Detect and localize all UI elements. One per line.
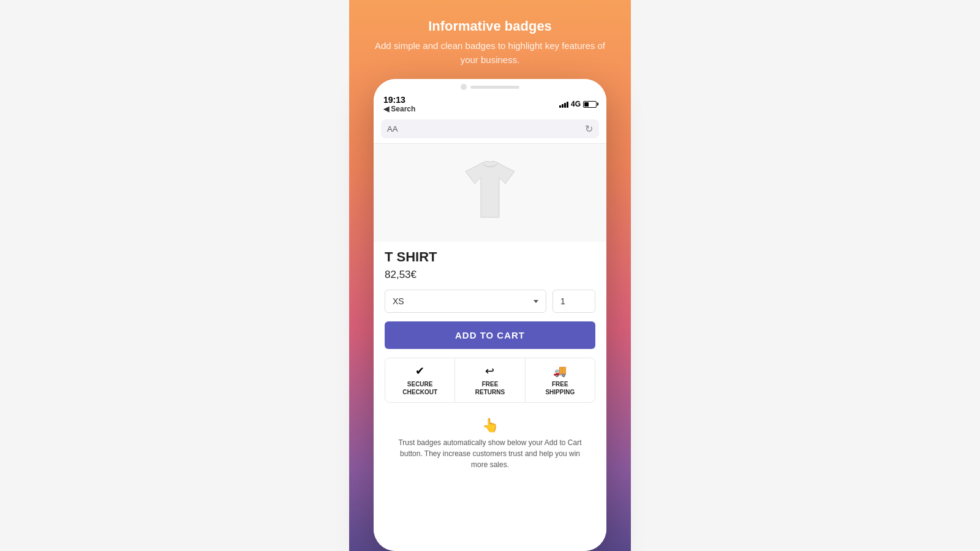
truck-icon: 🚚: [553, 364, 567, 378]
header-section: Informative badges Add simple and clean …: [349, 0, 631, 79]
network-label: 4G: [571, 100, 581, 108]
badges-row: ✔ SECURE CHECKOUT ↩ FREE RETURNS: [385, 358, 595, 403]
size-value: XS: [393, 296, 404, 306]
phone-notch-bar: [470, 86, 519, 89]
phone-notch: [461, 84, 519, 90]
trust-text: Trust badges automatically show below yo…: [392, 437, 588, 470]
badge-free-returns: ↩ FREE RETURNS: [455, 358, 525, 402]
background-left: [0, 0, 349, 551]
phone-top-bar: [374, 79, 606, 92]
header-title: Informative badges: [374, 18, 606, 34]
signal-bars: [559, 100, 568, 108]
signal-bar-2: [562, 104, 564, 108]
product-image-area: [374, 144, 606, 242]
battery-icon: [583, 101, 597, 108]
status-left: 19:13 ◀ Search: [383, 95, 415, 113]
aa-label: AA: [387, 124, 398, 133]
product-title: T SHIRT: [385, 249, 595, 265]
quantity-input[interactable]: 1: [552, 290, 595, 313]
quantity-value: 1: [560, 296, 565, 306]
shield-checkmark-icon: ✔: [415, 364, 424, 378]
product-price: 82,53€: [385, 269, 595, 281]
returns-icon: ↩: [485, 364, 494, 378]
free-shipping-label: FREE SHIPPING: [545, 380, 575, 396]
add-to-cart-button[interactable]: ADD TO CART: [385, 321, 595, 349]
size-select[interactable]: XS: [385, 290, 546, 313]
status-back[interactable]: ◀ Search: [383, 105, 415, 113]
battery-fill: [584, 102, 589, 107]
main-content: Informative badges Add simple and clean …: [349, 0, 631, 551]
badge-free-shipping: 🚚 FREE SHIPPING: [526, 358, 595, 402]
status-bar: 19:13 ◀ Search 4G: [374, 92, 606, 117]
product-details: T SHIRT 82,53€ XS 1 ADD TO CART ✔: [374, 242, 606, 551]
trust-emoji: 👆: [392, 418, 588, 433]
signal-bar-3: [564, 103, 566, 108]
chevron-down-icon: [533, 300, 538, 303]
tshirt-image: [453, 156, 527, 230]
url-bar[interactable]: AA ↻: [381, 119, 599, 138]
status-time: 19:13: [383, 95, 415, 105]
signal-bar-4: [567, 102, 568, 108]
status-right: 4G: [559, 100, 597, 108]
badge-secure-checkout: ✔ SECURE CHECKOUT: [385, 358, 455, 402]
phone-camera: [461, 84, 467, 90]
phone-frame: 19:13 ◀ Search 4G AA ↻: [374, 79, 606, 551]
header-subtitle: Add simple and clean badges to highlight…: [374, 39, 606, 67]
phone-content: T SHIRT 82,53€ XS 1 ADD TO CART ✔: [374, 144, 606, 551]
browser-bar: AA ↻: [374, 117, 606, 144]
product-controls: XS 1: [385, 290, 595, 313]
background-right: [631, 0, 980, 551]
signal-bar-1: [559, 105, 561, 108]
secure-checkout-label: SECURE CHECKOUT: [402, 380, 437, 396]
trust-section: 👆 Trust badges automatically show below …: [385, 413, 595, 475]
free-returns-label: FREE RETURNS: [475, 380, 505, 396]
refresh-icon[interactable]: ↻: [585, 123, 593, 135]
